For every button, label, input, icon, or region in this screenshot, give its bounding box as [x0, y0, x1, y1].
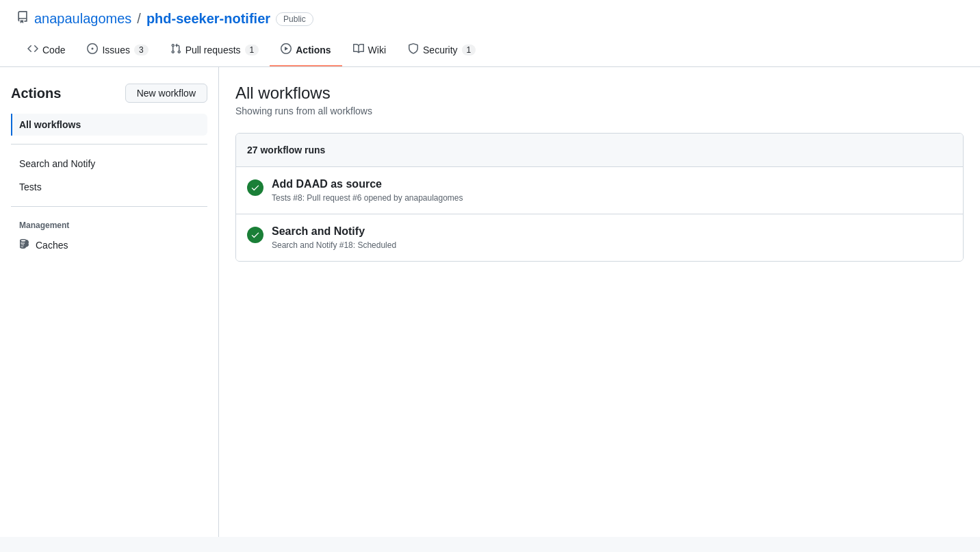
workflows-card-header: 27 workflow runs — [236, 134, 963, 167]
workflow-run-item[interactable]: Search and Notify Search and Notify #18:… — [236, 214, 963, 261]
new-workflow-button[interactable]: New workflow — [125, 84, 207, 103]
run-1-info: Add DAAD as source Tests #8: Pull reques… — [272, 178, 952, 203]
run-2-meta-text: Search and Notify #18: Scheduled — [272, 240, 396, 250]
workflow-run-item[interactable]: Add DAAD as source Tests #8: Pull reques… — [236, 167, 963, 214]
sidebar-divider-1 — [11, 144, 207, 145]
pull-requests-badge: 1 — [245, 45, 259, 55]
content-area: All workflows Showing runs from all work… — [219, 67, 980, 537]
sidebar-divider-2 — [11, 206, 207, 207]
issues-icon — [87, 43, 98, 57]
repo-visibility-badge: Public — [276, 12, 313, 26]
run-2-meta: Search and Notify #18: Scheduled — [272, 240, 952, 250]
sidebar-item-search-and-notify[interactable]: Search and Notify — [11, 153, 207, 175]
repo-header: anapaulagomes / phd-seeker-notifier Publ… — [0, 0, 980, 67]
sidebar-item-all-workflows[interactable]: All workflows — [11, 114, 207, 136]
issues-badge: 3 — [134, 45, 149, 55]
wiki-icon — [353, 43, 364, 57]
repo-separator: / — [137, 11, 141, 27]
workflows-count: 27 workflow runs — [247, 145, 325, 155]
run-2-status-icon — [247, 227, 263, 243]
search-and-notify-label: Search and Notify — [19, 158, 95, 169]
content-title: All workflows — [235, 84, 964, 103]
tab-pull-requests-label: Pull requests — [185, 45, 241, 55]
management-section-label: Management — [11, 215, 207, 233]
tab-security[interactable]: Security 1 — [397, 35, 487, 66]
repo-name-link[interactable]: phd-seeker-notifier — [146, 11, 270, 27]
actions-icon — [281, 43, 292, 57]
run-2-title[interactable]: Search and Notify — [272, 225, 952, 238]
run-1-title[interactable]: Add DAAD as source — [272, 178, 952, 190]
tab-actions[interactable]: Actions — [270, 35, 341, 66]
main-layout: Actions New workflow All workflows Searc… — [0, 67, 980, 537]
tab-wiki[interactable]: Wiki — [342, 35, 397, 66]
security-icon — [408, 43, 419, 57]
run-2-info: Search and Notify Search and Notify #18:… — [272, 225, 952, 250]
sidebar-header: Actions New workflow — [11, 84, 207, 103]
all-workflows-label: All workflows — [19, 119, 81, 130]
tab-code[interactable]: Code — [16, 35, 76, 66]
tab-issues-label: Issues — [102, 45, 129, 55]
caches-label: Caches — [36, 240, 68, 251]
security-badge: 1 — [462, 45, 476, 55]
tab-code-label: Code — [42, 45, 65, 55]
repo-title-bar: anapaulagomes / phd-seeker-notifier Publ… — [16, 11, 964, 35]
repo-owner-link[interactable]: anapaulagomes — [34, 11, 131, 27]
code-icon — [27, 43, 38, 57]
pull-request-icon — [170, 43, 181, 57]
tab-security-label: Security — [423, 45, 458, 55]
tab-issues[interactable]: Issues 3 — [76, 35, 159, 66]
content-subtitle: Showing runs from all workflows — [235, 105, 964, 116]
run-1-status-icon — [247, 179, 263, 196]
sidebar-item-tests[interactable]: Tests — [11, 176, 207, 198]
sidebar: Actions New workflow All workflows Searc… — [0, 67, 219, 537]
run-1-meta: Tests #8: Pull request #6 opened by anap… — [272, 193, 952, 203]
tab-wiki-label: Wiki — [368, 45, 386, 55]
tab-pull-requests[interactable]: Pull requests 1 — [159, 35, 270, 66]
tab-actions-label: Actions — [296, 45, 331, 55]
sidebar-item-caches[interactable]: Caches — [11, 233, 207, 258]
repo-nav: Code Issues 3 Pull requests 1 — [16, 35, 964, 66]
caches-icon — [19, 238, 30, 252]
repo-icon — [16, 11, 29, 27]
sidebar-title: Actions — [11, 86, 61, 101]
workflows-card: 27 workflow runs Add DAAD as source Test… — [235, 133, 964, 262]
run-1-meta-text: Tests #8: Pull request #6 opened by anap… — [272, 193, 463, 203]
tests-label: Tests — [19, 181, 42, 192]
